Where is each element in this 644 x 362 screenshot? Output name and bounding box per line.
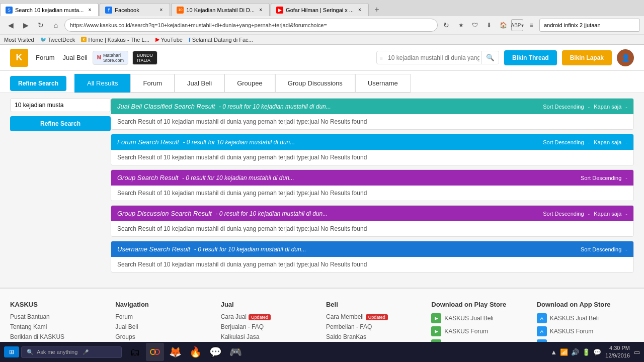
taskbar-app-files[interactable]: 🗂 [126, 343, 144, 361]
home-nav-icon[interactable]: 🏠 [497, 19, 509, 31]
reload-address-button[interactable]: ↻ [440, 19, 453, 32]
tab-1-close[interactable]: × [86, 7, 93, 14]
refine-search-top-button[interactable]: Refine Search [10, 76, 66, 91]
tab-4-close[interactable]: × [356, 7, 363, 14]
adblock-icon[interactable]: ABP▾ [511, 19, 523, 31]
result-header-group-discussion: Group Discussion Search Result - 0 resul… [111, 206, 633, 221]
playstore-forum[interactable]: ▶ KASKUS Forum [431, 326, 528, 336]
result-header-forum: Forum Search Result - 0 result for 10 ke… [111, 134, 633, 150]
taskbar: ⊞ 🔍 Ask me anything 🎤 🗂 🦊 🔥 💬 🎮 ▲ 📶 🔊 🔋 … [0, 342, 644, 362]
result-title-group-discussion: Group Discussion Search Result - 0 resul… [117, 210, 328, 217]
result-body-forum: Search Result of 10 kejadian mustahil di… [111, 150, 633, 165]
bikin-thread-button[interactable]: Bikin Thread [504, 50, 557, 65]
new-tab-button[interactable]: + [370, 3, 384, 16]
show-desktop-icon[interactable]: ▭ [634, 348, 640, 356]
header-search-button[interactable]: 🔍 [481, 51, 499, 64]
result-block-jual-beli: Jual Beli Classified Search Result - 0 r… [111, 98, 634, 130]
partner-bundu[interactable]: BUNDUITALIA [132, 51, 157, 65]
appstore-jual-beli[interactable]: A KASKUS Jual Beli [537, 313, 634, 323]
tab-3-close[interactable]: × [257, 7, 264, 14]
sidebar-refine-button[interactable]: Refine Search [10, 116, 111, 131]
result-header-jual-beli: Jual Beli Classified Search Result - 0 r… [111, 99, 633, 114]
footer-kalkulasi-jasa[interactable]: Kalkulasi Jasa [221, 333, 260, 340]
taskbar-app-search[interactable] [146, 343, 164, 361]
tab-groupee[interactable]: Groupee [224, 74, 275, 93]
tray-battery-icon[interactable]: 🔋 [582, 348, 590, 356]
user-avatar[interactable]: 👤 [617, 49, 634, 66]
results-area: Jual Beli Classified Search Result - 0 r… [111, 98, 634, 273]
kaspersyk-icon[interactable]: 🛡 [469, 19, 481, 31]
footer-nav-forum[interactable]: Forum [115, 313, 133, 320]
footer-beriklan[interactable]: Beriklan di KASKUS [10, 333, 64, 340]
taskbar-app-chat[interactable]: 💬 [206, 343, 224, 361]
bikin-lapak-button[interactable]: Bikin Lapak [562, 50, 612, 65]
bookmark-most-visited[interactable]: Most Visited [4, 37, 34, 43]
tray-network-icon[interactable]: 📶 [560, 348, 568, 356]
bookmark-facebook[interactable]: f Selamat Datang di Fac... [189, 37, 253, 43]
bookmark-kaskus[interactable]: K Home | Kaskus - The L... [81, 37, 149, 43]
tab-1[interactable]: S Search 10 kejadian musta... × [0, 3, 99, 16]
playstore-jual-beli[interactable]: ▶ KASKUS Jual Beli [431, 313, 528, 323]
tab-2-title: Facebook [115, 7, 155, 13]
footer-cara-jual[interactable]: Cara JualUpdated [221, 313, 271, 320]
footer-navigation-heading: Navigation [115, 301, 212, 308]
tab-forum[interactable]: Forum [130, 74, 175, 93]
tab-4-favicon: ▶ [276, 7, 283, 14]
address-bar[interactable] [64, 19, 438, 32]
sidebar-search-input[interactable] [10, 98, 111, 112]
browser-search-input[interactable] [539, 19, 640, 32]
bookmark-star-icon[interactable]: ★ [455, 19, 467, 31]
result-title-jual-beli: Jual Beli Classified Search Result - 0 r… [117, 103, 331, 110]
footer-nav-jual-beli[interactable]: Jual Beli [115, 323, 138, 330]
tab-4[interactable]: ▶ Gofar Hilman | Seringai x ... × [271, 3, 369, 16]
appstore-forum[interactable]: A KASKUS Forum [537, 326, 634, 336]
taskbar-app-fire[interactable]: 🔥 [186, 343, 204, 361]
footer-pusat-bantuan[interactable]: Pusat Bantuan [10, 313, 50, 320]
tray-volume-icon[interactable]: 🔊 [571, 348, 579, 356]
kaskus-logo[interactable]: K [10, 49, 28, 67]
footer-nav-groups[interactable]: Groups [115, 333, 135, 340]
browser-chrome: S Search 10 kejadian musta... × f Facebo… [0, 0, 644, 45]
kaskus-logo-letter: K [16, 52, 23, 63]
tab-jual-beli[interactable]: Jual Beli [175, 74, 224, 93]
clock-time: 4:30 PM [605, 344, 630, 352]
footer-saldo-brankas[interactable]: Saldo BranKas [326, 333, 366, 340]
footer-berjualan-faq[interactable]: Berjualan - FAQ [221, 323, 264, 330]
search-filter-area: Refine Search All Results Forum Jual Bel… [0, 71, 644, 93]
home-button[interactable]: ⌂ [49, 19, 62, 32]
tab-3[interactable]: 10 10 Kejadian Mustahil Di D... × [171, 3, 270, 16]
result-sort-group: Sort Descending - [581, 175, 627, 181]
appstore-forum-icon: A [537, 326, 547, 336]
partner-matahari[interactable]: M MatahariStore.com [93, 51, 128, 65]
taskbar-app-firefox[interactable]: 🦊 [166, 343, 184, 361]
bookmark-youtube[interactable]: ▶ YouTube [155, 36, 183, 43]
reload-button[interactable]: ↻ [34, 19, 47, 32]
clock-date: 12/9/2016 [605, 352, 630, 359]
back-button[interactable]: ◀ [4, 19, 17, 32]
bookmark-tweetdeck[interactable]: 🐦 TweetDeck [40, 37, 75, 43]
bookmark-most-visited-label: Most Visited [4, 37, 34, 43]
download-icon[interactable]: ⬇ [483, 19, 495, 31]
header-search-input[interactable] [386, 52, 481, 64]
footer-tentang-kami[interactable]: Tentang Kami [10, 323, 47, 330]
tab-all-results[interactable]: All Results [74, 74, 130, 93]
taskbar-app-game[interactable]: 🎮 [226, 343, 245, 361]
tab-username[interactable]: Username [355, 74, 411, 93]
nav-jual-beli[interactable]: Jual Beli [63, 54, 88, 61]
tab-2-close[interactable]: × [157, 7, 165, 14]
nav-forum[interactable]: Forum [36, 54, 55, 61]
result-header-username: Username Search Result - 0 result for 10… [111, 241, 633, 257]
menu-icon[interactable]: ≡ [525, 19, 537, 31]
tab-2[interactable]: f Facebook × [100, 3, 170, 16]
result-block-group-discussion: Group Discussion Search Result - 0 resul… [111, 205, 634, 237]
taskbar-search-box[interactable]: 🔍 Ask me anything 🎤 [21, 346, 122, 358]
result-header-group: Group Search Result - 0 result for 10 ke… [111, 170, 633, 186]
tab-group-discussions[interactable]: Group Discussions [275, 74, 355, 93]
bookmark-tweetdeck-label: TweetDeck [48, 37, 75, 43]
tray-message-icon[interactable]: 💬 [593, 348, 601, 356]
start-button[interactable]: ⊞ [4, 346, 19, 357]
footer-cara-membeli[interactable]: Cara MembeliUpdated [326, 313, 388, 320]
footer-pembelian-faq[interactable]: Pembelian - FAQ [326, 323, 372, 330]
tray-up-arrow[interactable]: ▲ [550, 348, 557, 356]
forward-button[interactable]: ▶ [19, 19, 32, 32]
